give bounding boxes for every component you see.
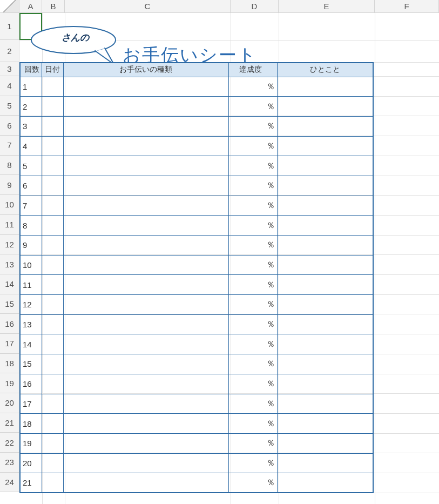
cell-note[interactable] [277,394,373,414]
col-header-B[interactable]: B [42,0,65,13]
row-header-22[interactable]: 22 [0,433,19,453]
cell-date[interactable] [42,97,63,117]
row-header-12[interactable]: 12 [0,235,19,255]
cell-note[interactable] [277,314,373,334]
cell-progress[interactable]: ％ [228,473,277,493]
row-header-7[interactable]: 7 [0,136,19,156]
cell-count[interactable]: 11 [20,275,42,295]
cell-kind[interactable] [63,295,228,315]
select-all-corner[interactable] [0,0,19,13]
cell-count[interactable]: 12 [20,295,42,315]
col-header-E[interactable]: E [279,0,375,13]
header-progress[interactable]: 達成度 [228,63,277,77]
cell-progress[interactable]: ％ [228,116,277,136]
cell-progress[interactable]: ％ [228,394,277,414]
cell-kind[interactable] [63,136,228,156]
row-header-1[interactable]: 1 [0,13,19,40]
cell-date[interactable] [42,414,63,434]
cell-note[interactable] [277,275,373,295]
cell-note[interactable] [277,354,373,374]
row-header-19[interactable]: 19 [0,373,19,393]
header-kind[interactable]: お手伝いの種類 [63,63,228,77]
cell-note[interactable] [277,196,373,216]
cell-count[interactable]: 5 [20,156,42,176]
cell-progress[interactable]: ％ [228,433,277,453]
col-header-A[interactable]: A [19,0,42,13]
cell-kind[interactable] [63,176,228,196]
row-header-4[interactable]: 4 [0,76,19,96]
cell-count[interactable]: 1 [20,77,42,97]
cell-date[interactable] [42,453,63,473]
cell-note[interactable] [277,176,373,196]
row-header-2[interactable]: 2 [0,40,19,62]
cell-count[interactable]: 20 [20,453,42,473]
row-header-14[interactable]: 14 [0,274,19,294]
cell-note[interactable] [277,433,373,453]
cell-date[interactable] [42,374,63,394]
cell-kind[interactable] [63,275,228,295]
cell-count[interactable]: 7 [20,196,42,216]
cell-kind[interactable] [63,255,228,275]
cell-kind[interactable] [63,216,228,236]
col-header-C[interactable]: C [65,0,231,13]
cell-note[interactable] [277,295,373,315]
header-note[interactable]: ひとこと [277,63,373,77]
cell-progress[interactable]: ％ [228,77,277,97]
cell-kind[interactable] [63,414,228,434]
cell-kind[interactable] [63,156,228,176]
cell-count[interactable]: 17 [20,394,42,414]
cell-note[interactable] [277,216,373,236]
cell-count[interactable]: 15 [20,354,42,374]
cell-note[interactable] [277,453,373,473]
cell-kind[interactable] [63,394,228,414]
cell-note[interactable] [277,77,373,97]
sheet-grid[interactable]: さんの お手伝いシート 回数 日付 お手伝いの種類 達成度 ひとこと 1％2％3… [19,13,439,504]
row-header-9[interactable]: 9 [0,175,19,195]
cell-note[interactable] [277,136,373,156]
cell-date[interactable] [42,275,63,295]
row-header-18[interactable]: 18 [0,354,19,374]
cell-date[interactable] [42,216,63,236]
cell-count[interactable]: 2 [20,97,42,117]
cell-date[interactable] [42,255,63,275]
cell-kind[interactable] [63,77,228,97]
cell-progress[interactable]: ％ [228,314,277,334]
cell-progress[interactable]: ％ [228,196,277,216]
cell-note[interactable] [277,156,373,176]
cell-count[interactable]: 16 [20,374,42,394]
cell-count[interactable]: 13 [20,314,42,334]
cell-count[interactable]: 18 [20,414,42,434]
cell-note[interactable] [277,236,373,256]
cell-count[interactable]: 4 [20,136,42,156]
cell-date[interactable] [42,176,63,196]
cell-date[interactable] [42,236,63,256]
cell-kind[interactable] [63,334,228,354]
cell-kind[interactable] [63,453,228,473]
cell-count[interactable]: 3 [20,116,42,136]
cell-date[interactable] [42,136,63,156]
cell-count[interactable]: 10 [20,255,42,275]
cell-count[interactable]: 9 [20,236,42,256]
row-header-6[interactable]: 6 [0,116,19,136]
cell-note[interactable] [277,116,373,136]
cell-date[interactable] [42,77,63,97]
cell-progress[interactable]: ％ [228,236,277,256]
cell-kind[interactable] [63,433,228,453]
cell-count[interactable]: 14 [20,334,42,354]
cell-count[interactable]: 21 [20,473,42,493]
header-date[interactable]: 日付 [42,63,63,77]
row-header-16[interactable]: 16 [0,314,19,334]
cell-kind[interactable] [63,374,228,394]
row-header-8[interactable]: 8 [0,156,19,176]
col-header-D[interactable]: D [231,0,279,13]
cell-progress[interactable]: ％ [228,334,277,354]
row-header-21[interactable]: 21 [0,413,19,433]
header-count[interactable]: 回数 [20,63,42,77]
cell-progress[interactable]: ％ [228,156,277,176]
cell-kind[interactable] [63,473,228,493]
row-header-15[interactable]: 15 [0,294,19,314]
cell-date[interactable] [42,314,63,334]
cell-progress[interactable]: ％ [228,354,277,374]
cell-note[interactable] [277,97,373,117]
cell-progress[interactable]: ％ [228,295,277,315]
